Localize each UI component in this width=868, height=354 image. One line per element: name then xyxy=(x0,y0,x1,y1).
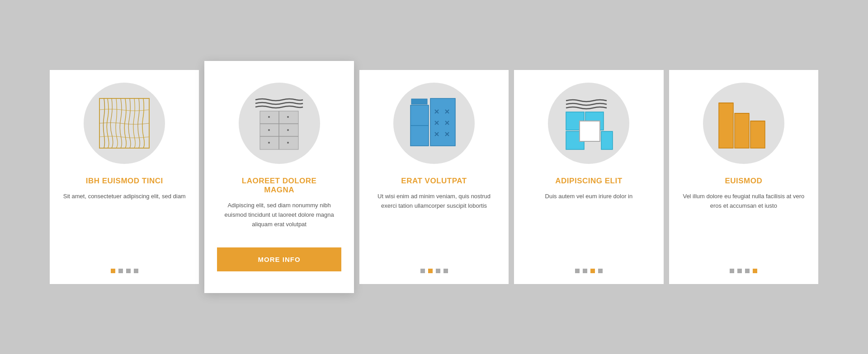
svg-rect-13 xyxy=(411,99,427,104)
dot xyxy=(420,269,425,273)
card-2-text: Adipiscing elit, sed diam nonummy nibh e… xyxy=(217,201,341,229)
more-info-button[interactable]: MORE INFO xyxy=(217,247,341,271)
dot xyxy=(745,269,750,273)
svg-rect-30 xyxy=(580,121,600,141)
card-2-icon-circle xyxy=(239,83,320,164)
card-1-text: Sit amet, consectetuer adipiscing elit, … xyxy=(63,192,186,256)
svg-point-9 xyxy=(268,142,270,144)
svg-point-8 xyxy=(287,129,289,131)
panels-orange-icon xyxy=(712,92,775,155)
wood-icon xyxy=(93,92,156,155)
card-4-dots xyxy=(575,265,603,273)
dot xyxy=(598,269,603,273)
svg-point-5 xyxy=(268,116,270,118)
card-1-title: IBH EUISMOD TINCI xyxy=(86,177,163,186)
card-4-text: Duis autem vel eum iriure dolor in xyxy=(545,192,633,256)
card-4: ADIPISCING ELIT Duis autem vel eum iriur… xyxy=(514,70,663,284)
card-3-icon-circle xyxy=(393,83,475,164)
card-5-icon-circle xyxy=(703,83,784,164)
dot xyxy=(111,269,115,273)
cards-container: IBH EUISMOD TINCI Sit amet, consectetuer… xyxy=(50,70,818,284)
svg-rect-33 xyxy=(735,113,749,148)
tiles-mixed-icon xyxy=(557,92,620,155)
card-1-icon-circle xyxy=(84,83,165,164)
dot xyxy=(118,269,123,273)
card-2-title: LAOREET DOLORE MAGNA xyxy=(242,177,317,195)
dot xyxy=(583,269,587,273)
card-5-dots xyxy=(730,265,757,273)
dot xyxy=(428,269,433,273)
dot xyxy=(737,269,742,273)
svg-rect-32 xyxy=(719,103,733,148)
svg-point-6 xyxy=(287,116,289,118)
card-4-icon-circle xyxy=(548,83,629,164)
card-5: EUISMOD Vel illum dolore eu feugiat null… xyxy=(669,70,818,284)
dot xyxy=(575,269,580,273)
dot xyxy=(443,269,448,273)
card-1-dots xyxy=(111,265,138,273)
svg-rect-31 xyxy=(601,131,613,149)
card-5-text: Vel illum dolore eu feugiat nulla facili… xyxy=(682,192,806,256)
tiles-blue-icon xyxy=(402,92,466,155)
dot xyxy=(126,269,131,273)
card-3-title: ERAT VOLUTPAT xyxy=(401,177,467,186)
svg-rect-34 xyxy=(750,121,765,148)
card-3: ERAT VOLUTPAT Ut wisi enim ad minim veni… xyxy=(359,70,509,284)
dot xyxy=(590,269,595,273)
dot xyxy=(134,269,138,273)
card-2: LAOREET DOLORE MAGNA Adipiscing elit, se… xyxy=(204,61,354,293)
dot xyxy=(730,269,734,273)
dot xyxy=(753,269,757,273)
svg-point-10 xyxy=(287,142,289,144)
card-3-dots xyxy=(420,265,448,273)
card-4-title: ADIPISCING ELIT xyxy=(555,177,622,186)
svg-rect-12 xyxy=(430,98,455,146)
svg-point-7 xyxy=(268,129,270,131)
tiles-gray-icon xyxy=(246,91,312,156)
card-5-title: EUISMOD xyxy=(725,177,762,186)
dot xyxy=(436,269,440,273)
card-1: IBH EUISMOD TINCI Sit amet, consectetuer… xyxy=(50,70,199,284)
card-3-text: Ut wisi enim ad minim veniam, quis nostr… xyxy=(372,192,496,256)
